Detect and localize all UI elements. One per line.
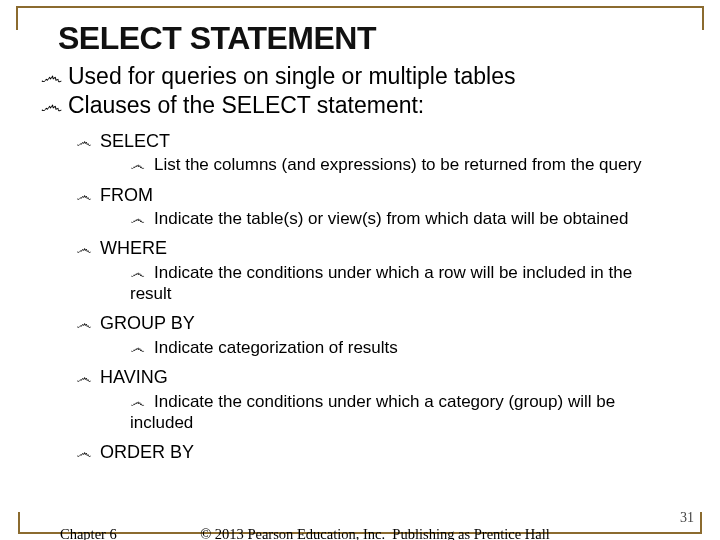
page-number: 31: [680, 510, 694, 526]
clause-name: WHERE: [100, 238, 167, 258]
clause-name: GROUP BY: [100, 313, 195, 333]
bullet-used-for: ෴Used for queries on single or multiple …: [40, 63, 680, 90]
bullet-icon: ෴: [76, 239, 94, 259]
clause-select-desc: ෴List the columns (and expressions) to b…: [130, 154, 670, 175]
bullet-icon: ෴: [76, 368, 94, 388]
bullet-icon: ෴: [76, 314, 94, 334]
bullet-icon: ෴: [76, 186, 94, 206]
bullet-icon: ෴: [76, 132, 94, 152]
clause-groupby-desc: ෴Indicate categorization of results: [130, 337, 670, 358]
clause-desc: Indicate the table(s) or view(s) from wh…: [154, 209, 628, 228]
clause-desc: Indicate categorization of results: [154, 338, 398, 357]
clause-name: ORDER BY: [100, 442, 194, 462]
clause-desc: Indicate the conditions under which a ro…: [130, 263, 632, 303]
bullet-icon: ෴: [130, 156, 148, 175]
clause-list: ෴SELECT ෴List the columns (and expressio…: [76, 130, 680, 464]
clause-desc: Indicate the conditions under which a ca…: [130, 392, 615, 432]
bullet-icon: ෴: [130, 264, 148, 283]
clause-name: HAVING: [100, 367, 168, 387]
footer-copyright: © 2013 Pearson Education, Inc. Publishin…: [60, 526, 690, 540]
bullet-icon: ෴: [130, 393, 148, 412]
slide-content: SELECT STATEMENT ෴Used for queries on si…: [40, 20, 680, 510]
bullet-icon: ෴: [130, 339, 148, 358]
clause-from: ෴FROM: [76, 184, 680, 207]
clause-from-desc: ෴Indicate the table(s) or view(s) from w…: [130, 208, 670, 229]
frame-corner-bl: [18, 512, 40, 534]
clause-having-desc: ෴Indicate the conditions under which a c…: [130, 391, 670, 434]
bullet-text: Used for queries on single or multiple t…: [68, 63, 515, 89]
bullet-icon: ෴: [40, 64, 62, 89]
bullet-icon: ෴: [130, 210, 148, 229]
clause-having: ෴HAVING: [76, 366, 680, 389]
clause-select: ෴SELECT: [76, 130, 680, 153]
clause-name: FROM: [100, 185, 153, 205]
bullet-icon: ෴: [40, 93, 62, 118]
clause-where-desc: ෴Indicate the conditions under which a r…: [130, 262, 670, 305]
clause-where: ෴WHERE: [76, 237, 680, 260]
bullet-text: Clauses of the SELECT statement:: [68, 92, 424, 118]
clause-groupby: ෴GROUP BY: [76, 312, 680, 335]
slide-title: SELECT STATEMENT: [58, 20, 680, 57]
clause-desc: List the columns (and expressions) to be…: [154, 155, 642, 174]
bullet-icon: ෴: [76, 443, 94, 463]
clause-orderby: ෴ORDER BY: [76, 441, 680, 464]
clause-name: SELECT: [100, 131, 170, 151]
bullet-clauses: ෴Clauses of the SELECT statement:: [40, 92, 680, 119]
